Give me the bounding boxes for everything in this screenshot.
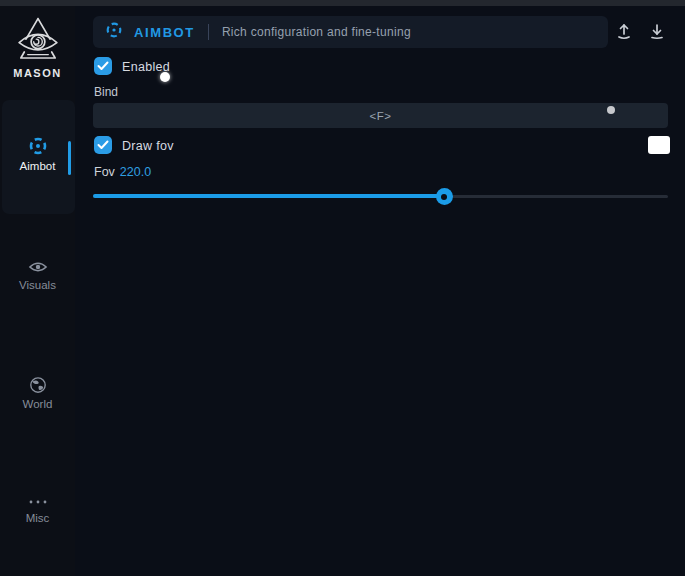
draw-fov-checkbox[interactable] bbox=[94, 136, 112, 154]
mason-eye-pyramid-icon bbox=[0, 16, 75, 64]
download-icon bbox=[647, 29, 667, 44]
page-title: AIMBOT bbox=[134, 25, 195, 40]
sidebar-item-aimbot[interactable]: Aimbot bbox=[0, 136, 75, 172]
indicator-dot bbox=[607, 106, 615, 114]
mouse-cursor-dot bbox=[160, 72, 170, 82]
header-divider bbox=[208, 24, 209, 40]
sidebar-item-label: World bbox=[0, 398, 75, 410]
sidebar-item-misc[interactable]: Misc bbox=[0, 496, 75, 524]
sidebar-item-world[interactable]: World bbox=[0, 376, 75, 410]
crosshair-icon bbox=[105, 21, 123, 43]
checkmark-icon bbox=[97, 57, 109, 75]
fov-value: 220.0 bbox=[120, 165, 151, 179]
brand-name: MASON bbox=[0, 67, 75, 79]
slider-handle[interactable] bbox=[436, 188, 453, 205]
brand-logo: MASON bbox=[0, 16, 75, 79]
upload-config-button[interactable] bbox=[613, 21, 635, 43]
enabled-checkbox[interactable] bbox=[94, 57, 112, 75]
fov-color-swatch[interactable] bbox=[648, 136, 670, 154]
sidebar-item-label: Misc bbox=[0, 512, 75, 524]
globe-icon bbox=[0, 376, 75, 394]
download-config-button[interactable] bbox=[646, 21, 668, 43]
upload-icon bbox=[614, 29, 634, 44]
main-content: AIMBOT Rich configuration and fine-tunin… bbox=[75, 6, 685, 576]
ellipsis-icon bbox=[0, 496, 75, 508]
checkmark-icon bbox=[97, 136, 109, 154]
sidebar-item-visuals[interactable]: Visuals bbox=[0, 259, 75, 291]
draw-fov-label: Draw fov bbox=[122, 139, 174, 153]
sidebar-item-label: Visuals bbox=[0, 279, 75, 291]
crosshair-icon bbox=[0, 136, 75, 156]
fov-caption: Fov220.0 bbox=[94, 165, 151, 179]
sidebar: MASON Aimbot Visuals bbox=[0, 6, 75, 576]
sidebar-item-label: Aimbot bbox=[0, 160, 75, 172]
eye-icon bbox=[0, 259, 75, 275]
bind-input[interactable]: <F> bbox=[93, 103, 668, 128]
fov-label: Fov bbox=[94, 165, 115, 179]
section-header: AIMBOT Rich configuration and fine-tunin… bbox=[93, 16, 608, 48]
page-subtitle: Rich configuration and fine-tuning bbox=[222, 25, 411, 39]
slider-fill bbox=[93, 194, 444, 198]
bind-label: Bind bbox=[94, 85, 118, 99]
fov-slider[interactable] bbox=[93, 187, 668, 205]
